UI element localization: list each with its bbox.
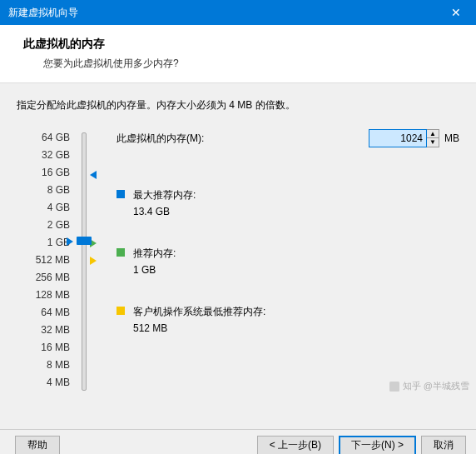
legend-rec-value: 1 GB xyxy=(133,262,176,277)
memory-input[interactable] xyxy=(369,129,427,147)
memory-spinner[interactable]: ▲ ▼ xyxy=(427,129,439,147)
wizard-header: 此虚拟机的内存 您要为此虚拟机使用多少内存? xyxy=(0,25,476,83)
scale-label: 256 MB xyxy=(17,269,75,287)
window-title: 新建虚拟机向导 xyxy=(8,6,78,20)
scale-label: 8 GB xyxy=(17,182,75,199)
scale-label: 128 MB xyxy=(17,287,75,304)
close-icon[interactable]: ✕ xyxy=(444,6,468,19)
spinner-down-icon[interactable]: ▼ xyxy=(427,138,439,147)
scale-label: 64 MB xyxy=(17,304,75,322)
wizard-body: 指定分配给此虚拟机的内存量。内存大小必须为 4 MB 的倍数。 64 GB 32… xyxy=(0,83,476,429)
cancel-button[interactable]: 取消 xyxy=(421,436,466,455)
memory-field-label: 此虚拟机的内存(M): xyxy=(117,132,204,146)
scale-label: 32 MB xyxy=(17,322,75,339)
legend-min-label: 客户机操作系统最低推荐内存: xyxy=(133,304,265,319)
memory-info: 此虚拟机的内存(M): ▲ ▼ MB 最大推荐内存: 13.4 GB xyxy=(108,129,459,392)
scale-label: 16 GB xyxy=(17,164,75,182)
legend-min-value: 512 MB xyxy=(133,321,265,336)
scale-label: 16 MB xyxy=(17,339,75,357)
legend-min: 客户机操作系统最低推荐内存: 512 MB xyxy=(117,304,265,336)
scale-label: 4 MB xyxy=(17,374,75,392)
scale-label: 32 GB xyxy=(17,147,75,164)
titlebar: 新建虚拟机向导 ✕ xyxy=(0,0,476,25)
memory-slider[interactable] xyxy=(75,129,108,392)
spinner-up-icon[interactable]: ▲ xyxy=(427,130,439,138)
wizard-footer: 帮助 < 上一步(B) 下一步(N) > 取消 xyxy=(0,429,476,454)
square-green-icon xyxy=(117,248,125,257)
help-button[interactable]: 帮助 xyxy=(15,436,60,455)
scale-label: 64 GB xyxy=(17,129,75,147)
page-subtitle: 您要为此虚拟机使用多少内存? xyxy=(23,57,459,71)
slider-pointer-icon xyxy=(67,237,73,246)
page-title: 此虚拟机的内存 xyxy=(23,37,459,52)
scale-label: 8 MB xyxy=(17,357,75,374)
min-marker-icon xyxy=(90,257,97,265)
legend-max-label: 最大推荐内存: xyxy=(133,187,196,202)
scale-label: 4 GB xyxy=(17,199,75,217)
square-yellow-icon xyxy=(117,307,125,315)
scale-label: 2 GB xyxy=(17,217,75,234)
memory-unit: MB xyxy=(444,132,459,144)
slider-thumb[interactable] xyxy=(77,237,92,245)
square-blue-icon xyxy=(117,190,125,198)
legend-max-value: 13.4 GB xyxy=(133,204,196,219)
memory-scale: 64 GB 32 GB 16 GB 8 GB 4 GB 2 GB 1 GB 51… xyxy=(17,129,75,392)
slider-track[interactable] xyxy=(82,132,87,391)
instruction-text: 指定分配给此虚拟机的内存量。内存大小必须为 4 MB 的倍数。 xyxy=(17,98,459,112)
max-marker-icon xyxy=(90,171,97,179)
legend-rec-label: 推荐内存: xyxy=(133,246,176,261)
legend-recommended: 推荐内存: 1 GB xyxy=(117,246,176,277)
back-button[interactable]: < 上一步(B) xyxy=(257,436,334,455)
scale-label: 512 MB xyxy=(17,252,75,269)
next-button[interactable]: 下一步(N) > xyxy=(339,436,416,455)
legend-max: 最大推荐内存: 13.4 GB xyxy=(117,187,196,219)
